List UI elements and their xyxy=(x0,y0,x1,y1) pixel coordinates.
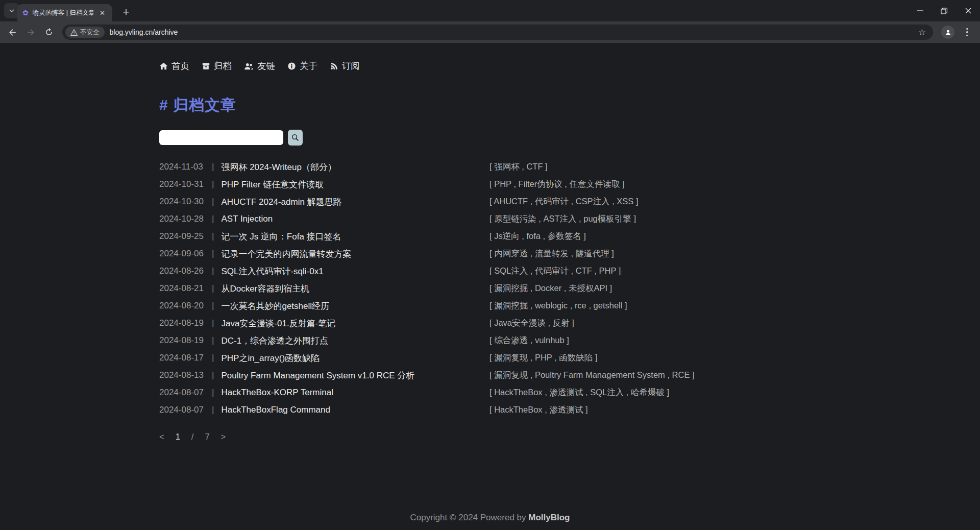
url-text[interactable]: blog.yvling.cn/archive xyxy=(110,28,913,36)
new-tab-button[interactable]: + xyxy=(118,5,134,20)
post-tags[interactable]: [ 漏洞复现 , PHP , 函数缺陷 ] xyxy=(489,352,597,364)
post-title-link[interactable]: 记录一个完美的内网流量转发方案 xyxy=(221,248,351,260)
next-page-button[interactable]: > xyxy=(221,432,226,442)
post-tags[interactable]: [ 漏洞挖掘 , Docker , 未授权API ] xyxy=(489,283,612,294)
profile-avatar[interactable] xyxy=(941,26,954,39)
footer: Copyright © 2024 Powered by MollyBlog xyxy=(0,513,980,523)
browser-toolbar: 不安全 blog.yvling.cn/archive ☆ xyxy=(0,21,980,43)
row-separator: | xyxy=(212,301,214,311)
post-title-link[interactable]: 一次莫名其妙的getshell经历 xyxy=(221,300,329,312)
nav-item-archive[interactable]: 归档 xyxy=(202,60,232,72)
post-tags[interactable]: [ 内网穿透 , 流量转发 , 隧道代理 ] xyxy=(489,248,614,259)
forward-button[interactable] xyxy=(22,24,39,40)
post-title-link[interactable]: HackTheBox-KORP Terminal xyxy=(221,388,333,398)
tab-title: 喻灵的博客 | 归档文章 xyxy=(33,9,93,17)
search-input[interactable] xyxy=(159,130,283,145)
archive-box-icon xyxy=(202,62,210,70)
post-tags[interactable]: [ Js逆向 , fofa , 参数签名 ] xyxy=(489,231,586,242)
site-navigation: 首页 归档 友链 关于 订阅 xyxy=(159,58,980,74)
post-tags[interactable]: [ 漏洞复现 , Poultry Farm Management System … xyxy=(489,370,695,381)
copyright-text: Copyright © 2024 Powered by xyxy=(410,513,529,522)
nav-label-friends: 友链 xyxy=(257,60,275,72)
prev-page-button[interactable]: < xyxy=(159,432,164,442)
archive-row: 2024-10-31 | PHP Filter 链任意文件读取 [ PHP , … xyxy=(159,176,980,193)
bookmark-star-icon[interactable]: ☆ xyxy=(913,27,931,38)
row-separator: | xyxy=(212,179,214,189)
archive-list: 2024-11-03 | 强网杯 2024-Writeup（部分） [ 强网杯 … xyxy=(159,158,980,419)
security-badge-label: 不安全 xyxy=(80,28,100,37)
post-title-link[interactable]: SQL注入代码审计-sqli-0x1 xyxy=(221,266,323,277)
site-favicon-flower-icon: ✿ xyxy=(22,9,29,16)
back-arrow-icon xyxy=(8,28,17,37)
nav-label-home: 首页 xyxy=(172,60,189,72)
archive-row: 2024-09-06 | 记录一个完美的内网流量转发方案 [ 内网穿透 , 流量… xyxy=(159,245,980,262)
post-tags[interactable]: [ Java安全漫谈 , 反射 ] xyxy=(489,318,574,329)
post-tags[interactable]: [ PHP , Filter伪协议 , 任意文件读取 ] xyxy=(489,179,625,190)
post-date: 2024-10-30 xyxy=(159,197,207,207)
archive-row: 2024-08-21 | 从Docker容器到宿主机 [ 漏洞挖掘 , Dock… xyxy=(159,280,980,297)
row-separator: | xyxy=(212,335,214,346)
browser-menu-button[interactable] xyxy=(961,26,974,39)
post-tags[interactable]: [ HackTheBox , 渗透测试 ] xyxy=(489,404,588,416)
browser-tab[interactable]: ✿ 喻灵的博客 | 归档文章 ✕ xyxy=(17,4,112,21)
post-date: 2024-08-13 xyxy=(159,370,207,380)
row-separator: | xyxy=(212,370,214,380)
post-title-link[interactable]: AST Injection xyxy=(221,214,273,224)
reload-icon xyxy=(44,28,54,37)
archive-row: 2024-10-30 | AHUCTF 2024-admin 解题思路 [ AH… xyxy=(159,193,980,210)
chevron-down-icon xyxy=(9,8,15,14)
row-separator: | xyxy=(212,353,214,363)
post-tags[interactable]: [ 原型链污染 , AST注入 , pug模板引擎 ] xyxy=(489,213,636,225)
post-title-link[interactable]: PHP之in_array()函数缺陷 xyxy=(221,352,320,364)
close-icon xyxy=(965,8,971,14)
row-separator: | xyxy=(212,162,214,172)
forward-arrow-icon xyxy=(26,28,36,37)
post-tags[interactable]: [ HackTheBox , 渗透测试 , SQL注入 , 哈希爆破 ] xyxy=(489,387,669,398)
nav-item-home[interactable]: 首页 xyxy=(159,60,189,72)
post-title-link[interactable]: 强网杯 2024-Writeup（部分） xyxy=(221,161,336,173)
post-date: 2024-09-25 xyxy=(159,231,207,242)
nav-item-friends[interactable]: 友链 xyxy=(244,60,275,72)
post-title-link[interactable]: DC-1，综合渗透之外围打点 xyxy=(221,335,328,347)
post-tags[interactable]: [ 强网杯 , CTF ] xyxy=(489,161,548,173)
nav-item-about[interactable]: 关于 xyxy=(287,60,317,72)
post-title-link[interactable]: PHP Filter 链任意文件读取 xyxy=(221,179,324,190)
row-separator: | xyxy=(212,231,214,242)
current-page: 1 xyxy=(176,432,180,442)
minimize-icon xyxy=(917,8,923,14)
reload-button[interactable] xyxy=(41,24,57,40)
post-title-link[interactable]: Poultry Farm Management System v1.0 RCE … xyxy=(221,370,414,381)
row-separator: | xyxy=(212,388,214,398)
post-date: 2024-08-07 xyxy=(159,388,207,398)
post-title-link[interactable]: 记一次 Js 逆向：Fofa 接口签名 xyxy=(221,231,341,243)
post-date: 2024-09-06 xyxy=(159,249,207,259)
post-tags[interactable]: [ SQL注入 , 代码审计 , CTF , PHP ] xyxy=(489,266,621,277)
nav-item-rss[interactable]: 订阅 xyxy=(330,60,360,72)
post-title-link[interactable]: AHUCTF 2024-admin 解题思路 xyxy=(221,196,341,208)
security-badge[interactable]: 不安全 xyxy=(65,27,105,38)
search-button[interactable] xyxy=(288,130,303,146)
pagination: < 1 / 7 > xyxy=(159,429,980,444)
archive-row: 2024-08-07 | HackTheBoxFlag Command [ Ha… xyxy=(159,401,980,419)
window-restore-button[interactable] xyxy=(932,0,956,21)
post-tags[interactable]: [ AHUCTF , 代码审计 , CSP注入 , XSS ] xyxy=(489,196,639,207)
post-title-link[interactable]: HackTheBoxFlag Command xyxy=(221,405,330,415)
post-date: 2024-10-31 xyxy=(159,179,207,189)
address-bar[interactable]: 不安全 blog.yvling.cn/archive ☆ xyxy=(62,25,933,40)
post-date: 2024-08-20 xyxy=(159,301,207,311)
footer-brand-link[interactable]: MollyBlog xyxy=(528,513,570,522)
post-date: 2024-08-26 xyxy=(159,266,207,276)
row-separator: | xyxy=(212,318,214,328)
post-tags[interactable]: [ 综合渗透 , vulnhub ] xyxy=(489,335,569,346)
window-close-button[interactable] xyxy=(956,0,980,21)
row-separator: | xyxy=(212,266,214,276)
post-tags[interactable]: [ 漏洞挖掘 , weblogic , rce , getshell ] xyxy=(489,300,627,311)
home-icon xyxy=(159,62,168,70)
post-title-link[interactable]: Java安全漫谈-01.反射篇-笔记 xyxy=(221,318,335,329)
window-minimize-button[interactable] xyxy=(908,0,932,21)
row-separator: | xyxy=(212,283,214,294)
back-button[interactable] xyxy=(4,24,20,40)
tab-close-icon[interactable]: ✕ xyxy=(97,8,107,18)
row-separator: | xyxy=(212,249,214,259)
post-title-link[interactable]: 从Docker容器到宿主机 xyxy=(221,283,309,295)
